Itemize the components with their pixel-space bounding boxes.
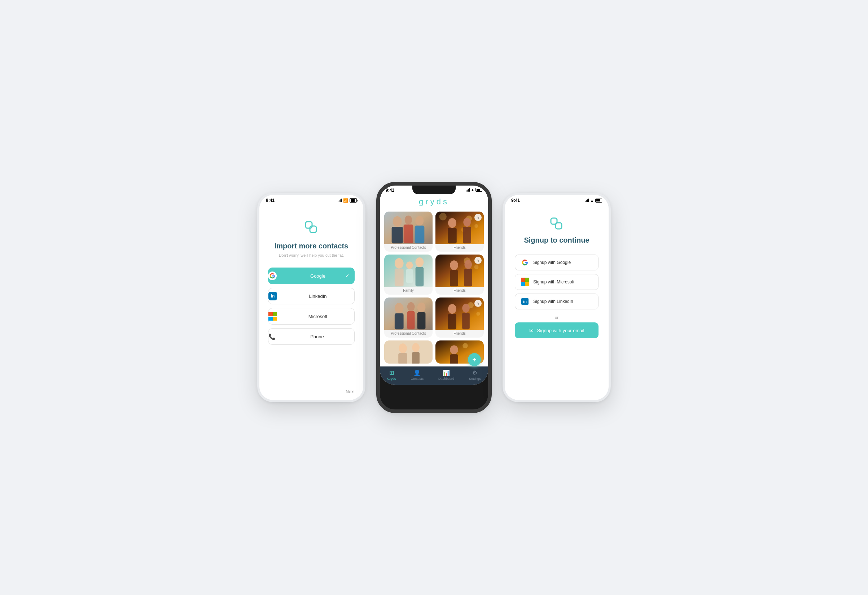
svg-point-53 [450, 345, 458, 354]
svg-point-5 [405, 216, 412, 225]
card-label-friends2: Friends [435, 287, 484, 295]
battery-icon-center [475, 188, 482, 192]
svg-rect-54 [450, 354, 458, 364]
signup-title: Signup to continue [524, 236, 589, 244]
center-phone: 9:41 ▲ gryds [376, 182, 492, 413]
card-image-pro1 [384, 212, 433, 244]
card-partial-1[interactable] [384, 340, 433, 364]
right-screen: 9:41 ▲ [505, 195, 609, 400]
svg-point-14 [448, 218, 456, 228]
card-professional-contacts-2[interactable]: Professional Contacts [384, 298, 433, 337]
svg-point-49 [412, 343, 419, 352]
svg-point-52 [462, 343, 468, 348]
signup-linkedin-label: Signup with LinkedIn [533, 299, 573, 304]
svg-rect-34 [395, 314, 404, 329]
signup-google-button[interactable]: Signup with Google [515, 255, 598, 271]
nav-contacts[interactable]: 👤 Contacts [410, 369, 424, 380]
signup-linkedin-button[interactable]: in Signup with LinkedIn [515, 293, 598, 309]
battery-icon [350, 198, 357, 203]
svg-point-23 [416, 258, 424, 267]
next-link[interactable]: Next [345, 389, 354, 394]
logo-icon-left [303, 219, 320, 236]
svg-rect-8 [415, 226, 425, 243]
or-divider: - or - [552, 315, 561, 320]
card-family[interactable]: Family [384, 255, 433, 295]
svg-rect-48 [398, 353, 407, 364]
svg-rect-46 [384, 340, 433, 364]
svg-rect-4 [392, 227, 403, 243]
card-image-pro2 [384, 298, 433, 330]
svg-point-21 [406, 261, 413, 269]
svg-rect-50 [412, 352, 419, 364]
left-phone: 9:41 📶 [257, 193, 365, 402]
svg-point-13 [439, 213, 447, 221]
svg-point-28 [450, 260, 458, 270]
card-image-family [384, 255, 433, 287]
signup-google-icon [521, 259, 529, 266]
phone-import-button[interactable]: 📞 Phone [268, 328, 354, 345]
card-friends-2[interactable]: ∨ Friends [435, 255, 484, 295]
card-friends-1[interactable]: ∨ Friends [435, 212, 484, 252]
svg-point-33 [395, 303, 404, 314]
svg-rect-43 [448, 314, 456, 329]
signup-email-button[interactable]: ✉ Signup with your email [515, 323, 598, 338]
email-icon: ✉ [529, 327, 534, 333]
svg-rect-36 [407, 311, 415, 330]
svg-rect-1 [310, 226, 316, 232]
settings-nav-icon: ⚙ [472, 369, 477, 376]
svg-point-41 [476, 312, 480, 315]
card-menu-btn-friends1[interactable]: ∨ [474, 214, 482, 221]
signup-google-label: Signup with Google [533, 260, 571, 265]
svg-rect-22 [406, 269, 413, 283]
svg-point-19 [395, 258, 404, 269]
status-icons-left: 📶 [338, 198, 357, 203]
center-content: gryds [380, 193, 488, 385]
svg-point-3 [393, 216, 402, 227]
dashboard-nav-icon: 📊 [443, 369, 450, 376]
signal-icon-right [585, 198, 589, 202]
card-friends-3[interactable]: ∨ Friends [435, 298, 484, 337]
wifi-icon: 📶 [343, 198, 348, 203]
card-label-pro2: Professional Contacts [384, 330, 433, 337]
card-professional-contacts-1[interactable]: Professional Contacts [384, 212, 433, 252]
linkedin-icon: in [269, 292, 277, 300]
card-menu-btn-friends2[interactable]: ∨ [474, 257, 482, 264]
signup-microsoft-button[interactable]: Signup with Microsoft [515, 274, 598, 290]
logo-icon-right [549, 216, 565, 232]
card-label-pro1: Professional Contacts [384, 244, 433, 252]
svg-rect-0 [306, 222, 312, 228]
right-phone: 9:41 ▲ [503, 193, 611, 402]
fab-add[interactable]: + [468, 353, 481, 366]
card-image-partial1 [384, 340, 433, 364]
contacts-nav-icon: 👤 [413, 369, 421, 376]
status-icons-right: ▲ [585, 198, 602, 203]
microsoft-icon [269, 312, 277, 321]
google-import-button[interactable]: Google ✓ [268, 268, 354, 284]
nav-gryds[interactable]: ⊞ Gryds [387, 369, 396, 380]
nav-settings-label: Settings [469, 377, 481, 380]
card-label-family: Family [384, 287, 433, 295]
microsoft-import-button[interactable]: Microsoft [268, 308, 354, 324]
card-menu-btn-friends3[interactable]: ∨ [474, 300, 482, 307]
nav-settings[interactable]: ⚙ Settings [469, 369, 481, 380]
wifi-icon-right: ▲ [590, 198, 594, 203]
svg-rect-15 [448, 228, 457, 243]
svg-rect-45 [462, 313, 470, 329]
status-icons-center: ▲ [466, 188, 482, 192]
cards-grid: Professional Contacts [380, 210, 488, 367]
signal-icon [338, 198, 342, 202]
svg-rect-29 [450, 270, 458, 286]
svg-point-35 [407, 302, 415, 311]
svg-point-27 [474, 265, 478, 269]
gryds-logo: gryds [380, 193, 488, 210]
app-scene: 9:41 📶 [217, 182, 651, 413]
svg-rect-38 [418, 312, 426, 329]
wifi-icon-center: ▲ [471, 188, 474, 192]
signup-microsoft-icon [521, 278, 529, 286]
svg-point-44 [462, 303, 470, 313]
linkedin-import-button[interactable]: in LinkedIn [268, 288, 354, 304]
right-content: Signup to continue Signup with Google [505, 204, 609, 400]
time-left: 9:41 [266, 198, 275, 203]
microsoft-btn-label: Microsoft [281, 314, 354, 319]
nav-dashboard[interactable]: 📊 Dashboard [438, 369, 454, 380]
